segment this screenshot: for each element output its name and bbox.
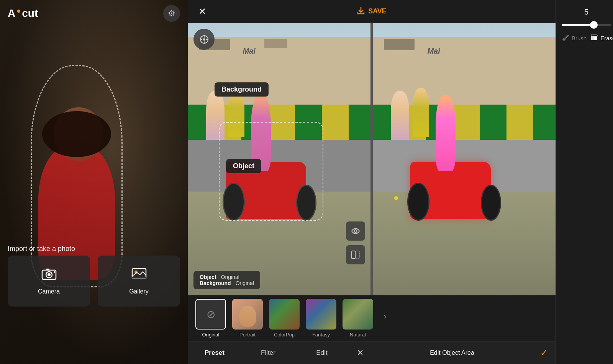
svg-rect-15	[591, 36, 594, 40]
original-thumb-bg: ⊘	[196, 300, 225, 329]
proc-wheel-back	[407, 183, 429, 221]
preset-label-natural: Natural	[350, 332, 366, 338]
preset-label-fantasy: Fantasy	[312, 332, 330, 338]
fantasy-thumb-bg	[306, 299, 336, 330]
portrait-thumb-bg	[232, 299, 263, 330]
slider-value-display: 5	[562, 8, 611, 16]
slider-thumb[interactable]	[590, 21, 598, 29]
import-text: Import or take a photo	[8, 245, 75, 253]
presets-bar: ⊘ Original Portrait ColorPop	[188, 295, 556, 341]
slider-container[interactable]	[562, 24, 611, 26]
object-info-value: Original	[221, 274, 239, 280]
compare-tool-button[interactable]	[346, 245, 365, 264]
preset-label-colorpop: ColorPop	[274, 332, 295, 338]
portrait-face	[239, 306, 256, 327]
svg-point-2	[48, 273, 51, 276]
left-panel: A cut ⚙ Import or take a photo Camera	[0, 0, 188, 364]
slider-track[interactable]	[562, 24, 611, 26]
svg-point-4	[54, 271, 55, 273]
save-label: SAVE	[368, 7, 387, 15]
natural-thumb-bg	[343, 299, 373, 330]
preset-item-original[interactable]: ⊘ Original	[195, 299, 226, 338]
tab-close-button[interactable]: ✕	[349, 348, 372, 358]
tab-check-button[interactable]: ✓	[533, 348, 556, 358]
divider-handle[interactable]	[370, 23, 373, 295]
info-strip: Object Original Background Original	[193, 271, 260, 289]
tab-filter[interactable]: Filter	[241, 349, 295, 357]
svg-rect-11	[352, 251, 355, 259]
preset-item-fantasy[interactable]: Fantasy	[306, 299, 336, 338]
svg-point-10	[354, 230, 357, 233]
preset-thumb-fantasy	[306, 299, 336, 330]
left-topbar: A cut ⚙	[0, 0, 188, 27]
processed-scene: Mai	[372, 23, 556, 295]
tab-preset[interactable]: Preset	[188, 349, 241, 357]
object-label-tooltip: Object	[226, 159, 261, 173]
logo-a-text: A	[8, 7, 15, 20]
preset-item-colorpop[interactable]: ColorPop	[269, 299, 300, 338]
object-label-text: Object	[233, 162, 254, 170]
eraser-tool-button[interactable]: Eraser	[590, 33, 613, 43]
proc-wheel-front	[481, 185, 501, 221]
magic-wand-button[interactable]	[193, 29, 215, 50]
yellow-marker	[394, 196, 398, 200]
edit-tab-label: Edit	[316, 349, 327, 357]
save-button[interactable]: SAVE	[357, 6, 387, 16]
camera-button[interactable]: Camera	[8, 256, 90, 307]
no-filter-icon: ⊘	[207, 308, 215, 321]
processed-image-panel: Mai	[371, 23, 556, 295]
selection-outline	[31, 65, 123, 287]
slider-fill	[562, 24, 594, 26]
background-info-value: Original	[236, 280, 254, 286]
more-presets-arrow[interactable]: ›	[379, 301, 391, 332]
preset-label-portrait: Portrait	[239, 332, 256, 338]
svg-rect-7	[132, 277, 146, 279]
original-scene: Mai	[188, 23, 371, 295]
close-button[interactable]: ✕	[195, 5, 209, 18]
window2	[264, 39, 287, 48]
preset-tab-label: Preset	[205, 349, 225, 357]
save-download-icon	[357, 6, 365, 16]
preset-thumb-colorpop	[269, 299, 300, 330]
tab-bar: Preset Filter Edit ✕ Edit Object Area ✓	[188, 341, 556, 364]
settings-button[interactable]: ⚙	[163, 5, 180, 22]
filter-tab-label: Filter	[261, 349, 275, 357]
brush-label: Brush	[572, 35, 587, 41]
info-row-object: Object Original	[200, 274, 254, 280]
gear-icon: ⚙	[168, 8, 175, 18]
eye-tool-button[interactable]	[346, 221, 365, 241]
right-tools	[346, 221, 365, 264]
preset-thumb-original: ⊘	[195, 299, 226, 330]
svg-rect-3	[46, 269, 49, 271]
brush-icon	[562, 33, 569, 43]
gallery-button[interactable]: Gallery	[98, 256, 180, 307]
middle-topbar: ✕ SAVE	[188, 0, 556, 23]
proc-moped-group	[405, 124, 506, 219]
checkmark-icon: ✓	[540, 348, 548, 358]
object-info-label: Object	[200, 274, 216, 280]
background-label-text: Background	[221, 85, 262, 93]
original-image-panel: Mai	[188, 23, 371, 295]
preset-item-natural[interactable]: Natural	[343, 299, 373, 338]
proc-mai-sign: Mai	[427, 47, 440, 56]
tab-edit[interactable]: Edit	[295, 349, 349, 357]
preset-item-portrait[interactable]: Portrait	[232, 299, 263, 338]
background-info-label: Background	[200, 280, 231, 286]
edit-object-area-label: Edit Object Area	[430, 349, 474, 356]
colorpop-thumb-bg	[269, 299, 300, 330]
gallery-label: Gallery	[129, 288, 149, 295]
action-buttons: Camera Gallery	[8, 256, 180, 307]
mai-sign: Mai	[243, 47, 255, 56]
eraser-icon	[590, 33, 598, 43]
brush-tool-button[interactable]: Brush	[562, 33, 587, 43]
svg-rect-12	[356, 251, 359, 259]
edit-object-area-tab[interactable]: Edit Object Area	[372, 349, 533, 356]
far-right-panel: 5 Brush Erase	[556, 0, 613, 364]
brush-eraser-row: Brush Eraser	[562, 33, 611, 43]
preset-label-original: Original	[202, 332, 220, 338]
svg-point-13	[563, 39, 565, 41]
split-view: Mai	[188, 23, 556, 295]
camera-label: Camera	[38, 288, 60, 295]
middle-panel: ✕ SAVE M	[188, 0, 556, 364]
logo-dot	[17, 10, 20, 13]
